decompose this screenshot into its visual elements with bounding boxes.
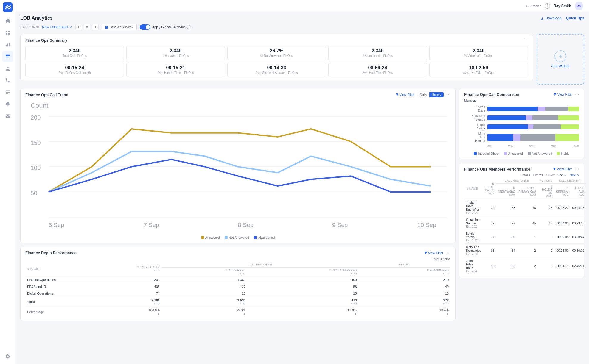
svg-text:Count: Count — [31, 102, 49, 109]
sidebar-item-mail[interactable] — [2, 111, 13, 121]
copy-button[interactable]: ⧉ — [84, 24, 90, 30]
svg-text:150: 150 — [31, 140, 41, 146]
call-trend-filter-label: View Filter — [400, 93, 415, 96]
help-button[interactable]: ? — [545, 3, 550, 9]
summary-metrics-row1: 2,349 Total Calls FinOps 2,349 # Answere… — [25, 46, 528, 60]
tab-daily[interactable]: Daily — [417, 92, 429, 97]
bar-answered-3 — [513, 134, 520, 141]
metric-value-0: 2,349 — [29, 48, 120, 54]
sidebar-item-settings[interactable] — [2, 351, 13, 362]
tab-hourly[interactable]: Hourly — [429, 92, 444, 97]
app-logo[interactable] — [3, 2, 13, 12]
dept-menu-button[interactable]: ⋯ — [446, 251, 450, 255]
legend-not-answered-bar-label: Not Answered — [532, 152, 552, 155]
sidebar-item-user[interactable] — [2, 63, 13, 74]
sidebar-item-home[interactable] — [2, 15, 13, 26]
call-trend-legend: Answered Not Answered Abandoned — [25, 236, 450, 239]
svg-text:9 Sep: 9 Sep — [332, 222, 348, 228]
bar-row-geraldine: GeraldineSambu — [464, 114, 579, 121]
bar-track-2 — [487, 124, 579, 129]
summary-card-header: Finance Ops Summary ⋯ — [25, 38, 528, 43]
toggle-info[interactable]: i — [187, 25, 191, 29]
sidebar-item-reports[interactable] — [2, 51, 13, 62]
summary-menu-button[interactable]: ⋯ — [524, 38, 528, 43]
metric-handle-time: 00:15:21 Avg. Handle Time _ FinOps — [126, 63, 225, 77]
members-performance-table: ⇅ Name ⇅ Total CallsSUM CALL RESPONSE AC… — [464, 178, 586, 274]
info-button[interactable]: ℹ — [75, 24, 82, 30]
metric-value-3: 2,349 — [332, 48, 423, 54]
members-table-title: Finance Ops Members Performance — [464, 167, 530, 171]
table-pct-row: Percentage 100.0%⬇ 55.0%⬇ 17.0%⬇ 13.4%⬇ — [25, 307, 450, 317]
metric-value-9: 18:02:59 — [433, 65, 524, 71]
legend-answered-bar-label: Answered — [508, 152, 523, 155]
call-comparison-card: Finance Ops Call Comparison View Filter … — [459, 88, 584, 159]
legend-inbound: Inbound Direct — [474, 152, 499, 155]
metric-abandoned: 2,349 # Abandoned _ FinOps — [328, 46, 427, 60]
metric-label-7: Avg. Speed of Answer _ FinOps — [231, 71, 322, 74]
timezone-label: US/Pacific — [526, 4, 541, 8]
sidebar-item-grid[interactable] — [2, 27, 13, 38]
bar-row-lorely: LorelyYarcia — [464, 123, 579, 130]
add-widget-area[interactable]: + Add Widget — [537, 34, 584, 85]
members-total-items: Total 161 items — [521, 173, 543, 177]
topbar: US/Pacific ? Ray Smith RS — [15, 0, 589, 12]
call-trend-actions: View Filter Daily Hourly ⋯ — [396, 92, 450, 97]
svg-text:8 Sep: 8 Sep — [238, 222, 254, 228]
bar-answered-0 — [538, 107, 545, 111]
bar-inbound-1 — [487, 115, 526, 120]
call-trend-chart: Count 200 150 100 50 — [25, 100, 450, 232]
metric-call-length: 00:15:24 Avg. FinOps Call Length — [25, 63, 124, 77]
metric-label-8: Avg. Hold Time FinOps — [332, 71, 423, 74]
calendar-button[interactable]: Last Work Week — [102, 24, 136, 30]
next-page-button[interactable]: Next > — [570, 173, 579, 177]
metric-value-2: 26.7% — [231, 48, 322, 54]
bar-label-3: MaryAnnHernan — [464, 132, 485, 143]
page-header: LOB Analytics Download Quick Tips — [20, 15, 584, 21]
dashboard-name[interactable]: New Dashboard — [42, 25, 72, 29]
quick-tips-button[interactable]: Quick Tips — [566, 16, 584, 20]
table-row: FP&A and IR 405 127 58 49 — [25, 283, 450, 290]
bar-row-maryann: MaryAnnHernan — [464, 132, 579, 143]
dashboard-section-label: DASHBOARD — [20, 26, 39, 29]
bar-row-tristan: TristanDave — [464, 105, 579, 113]
download-button[interactable]: Download — [540, 16, 561, 20]
add-button[interactable]: + — [92, 24, 99, 30]
table-row: Digital Operations 74 23 15 13 — [25, 290, 450, 297]
metric-not-answered: 26.7% % Not Answered FinOps — [227, 46, 326, 60]
legend-answered-icon — [201, 236, 204, 239]
legend-inbound-icon — [474, 152, 477, 155]
toggle-label: Apply Global Calendar — [152, 25, 185, 29]
sidebar-item-list[interactable] — [2, 87, 13, 98]
call-trend-filter-button[interactable]: View Filter — [396, 93, 415, 96]
sidebar-item-phone[interactable] — [2, 75, 13, 86]
call-comparison-filter-button[interactable]: View Filter — [554, 93, 573, 96]
svg-text:7 Sep: 7 Sep — [144, 222, 159, 228]
left-column: Finance Ops Call Trend View Filter Daily… — [20, 88, 456, 321]
sidebar-item-analytics[interactable] — [2, 39, 13, 50]
prev-page-button[interactable]: < Prev — [545, 173, 555, 177]
members-filter-button[interactable]: View Filter — [553, 167, 572, 171]
user-avatar[interactable]: RS — [575, 2, 583, 10]
metric-voicemail: 2,349 % Voicemail _ FinOps — [429, 46, 528, 60]
sidebar — [0, 0, 15, 364]
metric-total-calls: 2,349 Total Calls FinOps — [25, 46, 124, 60]
dept-performance-table: ⇅ Name ⇅ Total CallsSUM CALL RESPONSE RE… — [25, 262, 450, 317]
call-comparison-menu-button[interactable]: ⋯ — [575, 92, 579, 97]
metric-answered: 2,349 # Answered FinOps — [126, 46, 225, 60]
bar-holds-0 — [568, 107, 579, 111]
bar-track-3 — [487, 134, 579, 141]
main-content: US/Pacific ? Ray Smith RS LOB Analytics … — [15, 0, 589, 364]
members-menu-button[interactable]: ⋯ — [575, 167, 579, 171]
call-comparison-legend: Inbound Direct Answered Not Answered — [464, 152, 579, 155]
metric-label-3: # Abandoned _ FinOps — [332, 54, 423, 57]
bar-axis: 0%25%50%75%100% — [464, 145, 579, 148]
call-comparison-title: Finance Ops Call Comparison — [464, 92, 519, 97]
call-trend-menu-button[interactable]: ⋯ — [446, 92, 450, 97]
table-row: Finance Operations 2,302 1,380 400 310 — [25, 276, 450, 283]
bar-track-0 — [487, 107, 579, 111]
dept-filter-button[interactable]: View Filter — [424, 251, 443, 255]
toggle-switch[interactable] — [140, 24, 150, 30]
sidebar-item-bell[interactable] — [2, 99, 13, 110]
table-row: Mary Ann HernandezExt. 2349 66 64 2 0 00… — [464, 244, 586, 257]
table-total-row: Total 2,781SUM 1,530SUM 473SUM 372SUM — [25, 297, 450, 307]
